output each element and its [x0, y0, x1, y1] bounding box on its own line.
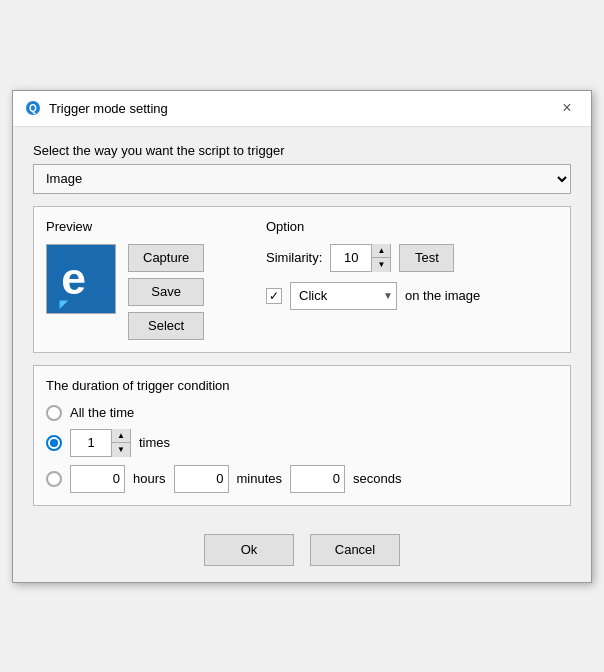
svg-text:Q: Q	[29, 103, 37, 114]
close-button[interactable]: ×	[555, 96, 579, 120]
times-spinbox: 1 ▲ ▼	[70, 429, 131, 457]
similarity-label: Similarity:	[266, 250, 322, 265]
trigger-dropdown[interactable]: Image Key Time Other	[33, 164, 571, 194]
preview-buttons: Capture Save Select	[128, 244, 204, 340]
times-row: 1 ▲ ▼ times	[46, 429, 558, 457]
dialog-title: Trigger mode setting	[49, 101, 168, 116]
click-row: Click Double Click Right Click ▼ on the …	[266, 282, 558, 310]
hours-input[interactable]: 0	[70, 465, 125, 493]
times-label: times	[139, 435, 170, 450]
all-time-label: All the time	[70, 405, 134, 420]
title-bar: Q Trigger mode setting ×	[13, 91, 591, 127]
all-time-row: All the time	[46, 405, 558, 421]
hms-row: 0 hours 0 minutes 0 seconds	[46, 465, 558, 493]
cancel-button[interactable]: Cancel	[310, 534, 400, 566]
capture-button[interactable]: Capture	[128, 244, 204, 272]
hms-radio[interactable]	[46, 471, 62, 487]
times-arrows: ▲ ▼	[111, 429, 130, 457]
hours-label: hours	[133, 471, 166, 486]
preview-image: e	[46, 244, 116, 314]
similarity-arrows: ▲ ▼	[371, 244, 390, 272]
trigger-selection-section: Select the way you want the script to tr…	[33, 143, 571, 194]
trigger-dropdown-wrapper: Image Key Time Other	[33, 164, 571, 194]
similarity-up-button[interactable]: ▲	[372, 244, 390, 258]
trigger-selection-label: Select the way you want the script to tr…	[33, 143, 571, 158]
minutes-input[interactable]: 0	[174, 465, 229, 493]
duration-title: The duration of trigger condition	[46, 378, 558, 393]
similarity-spinbox: 10 ▲ ▼	[330, 244, 391, 272]
times-up-button[interactable]: ▲	[112, 429, 130, 443]
times-down-button[interactable]: ▼	[112, 443, 130, 457]
duration-section: The duration of trigger condition All th…	[33, 365, 571, 506]
save-button[interactable]: Save	[128, 278, 204, 306]
click-dropdown-wrapper: Click Double Click Right Click ▼	[290, 282, 397, 310]
footer: Ok Cancel	[13, 522, 591, 582]
trigger-mode-dialog: Q Trigger mode setting × Select the way …	[12, 90, 592, 583]
ok-button[interactable]: Ok	[204, 534, 294, 566]
similarity-row: Similarity: 10 ▲ ▼ Test	[266, 244, 558, 272]
minutes-label: minutes	[237, 471, 283, 486]
times-input[interactable]: 1	[71, 430, 111, 456]
on-image-text: on the image	[405, 288, 480, 303]
times-radio[interactable]	[46, 435, 62, 451]
similarity-input[interactable]: 10	[331, 245, 371, 271]
option-label: Option	[266, 219, 558, 234]
select-button[interactable]: Select	[128, 312, 204, 340]
preview-image-area: e Capture Save Select	[46, 244, 246, 340]
app-icon: Q	[25, 100, 41, 116]
preview-section: Preview e Capture Sav	[46, 219, 246, 340]
preview-label: Preview	[46, 219, 246, 234]
click-checkbox[interactable]	[266, 288, 282, 304]
ie-logo-svg: e	[51, 249, 111, 309]
dialog-body: Select the way you want the script to tr…	[13, 127, 591, 522]
seconds-label: seconds	[353, 471, 401, 486]
option-section: Option Similarity: 10 ▲ ▼ Test	[266, 219, 558, 340]
svg-text:e: e	[61, 253, 86, 302]
similarity-down-button[interactable]: ▼	[372, 258, 390, 272]
click-dropdown[interactable]: Click Double Click Right Click	[290, 282, 397, 310]
preview-option-box: Preview e Capture Sav	[33, 206, 571, 353]
seconds-input[interactable]: 0	[290, 465, 345, 493]
title-bar-left: Q Trigger mode setting	[25, 100, 168, 116]
all-time-radio[interactable]	[46, 405, 62, 421]
test-button[interactable]: Test	[399, 244, 454, 272]
